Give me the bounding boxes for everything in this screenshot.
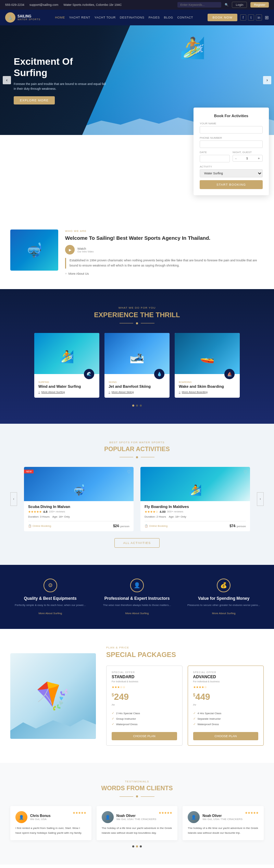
packages-image: 🪁 xyxy=(10,653,96,739)
exp-card-icon-3: ⛵ xyxy=(224,369,235,379)
plan-advanced: Special Offer ADVANCED For individual & … xyxy=(188,666,264,746)
instagram-icon[interactable]: in xyxy=(256,14,262,21)
feature-link-3[interactable]: More About Surfing xyxy=(212,612,235,615)
activities-grid: ‹ NEW ♡ 🤿 Scuba Diving In Malvan ★★★★★ 4… xyxy=(10,467,264,531)
tdot-3[interactable] xyxy=(140,845,142,847)
search-icon[interactable]: 🔍 xyxy=(225,3,228,7)
testimonial-text-2: The holiday of a life time our yacht adv… xyxy=(102,826,173,835)
testimonial-header-3: 👤 Noah Oliver We Got, USA / THE CRACKERS… xyxy=(188,811,259,823)
logo[interactable]: ⚓ SAILING WATER SPORTS xyxy=(5,12,40,23)
name-input[interactable] xyxy=(200,126,263,134)
explore-button[interactable]: Explore More xyxy=(14,96,55,104)
feature-item-s2: Group Instructor xyxy=(112,716,177,721)
exp-card-label-3: Boarding xyxy=(179,381,236,383)
price-1: $24/ person xyxy=(113,524,129,528)
person-info-1: Chris Bonus We Got, USA xyxy=(30,814,50,821)
facebook-icon[interactable]: f xyxy=(240,14,246,21)
wishlist-icon-2[interactable]: ♡ xyxy=(244,470,247,474)
experience-divider xyxy=(10,322,264,324)
person-name-2: Noah Oliver xyxy=(116,814,157,818)
date-label: Date xyxy=(200,151,230,154)
rating-num-1: 4.8 xyxy=(43,510,48,513)
login-button[interactable]: Login xyxy=(232,2,247,8)
all-activities-button[interactable]: All Activities xyxy=(114,538,160,548)
testimonial-text-3: The holiday of a life time our yacht adv… xyxy=(188,826,259,835)
activity-select[interactable]: Water Surfing Scuba Diving Kite Surfing … xyxy=(200,169,263,177)
nav-item-yacht-tour[interactable]: Yacht Tour xyxy=(94,16,115,19)
about-image: 🤿 xyxy=(10,230,58,271)
feature-link-1[interactable]: More About Surfing xyxy=(38,612,62,615)
exp-card-img-2: 🎿 💧 xyxy=(104,333,170,374)
feature-item-s3: Waterproof Dress xyxy=(112,721,177,727)
exp-card-link-1[interactable]: ○ More About Surfing xyxy=(38,390,95,394)
popular-divider-dot xyxy=(136,456,138,458)
start-booking-button[interactable]: Start Booking xyxy=(200,180,263,189)
stars-1: ★★★★★ xyxy=(28,510,42,513)
features-grid: ⚙ Quality & Best Equipments Perfectly si… xyxy=(10,579,264,616)
activity-meta-2: Duration: 2 Hours Age: 18+ Only xyxy=(145,515,246,518)
search-input[interactable] xyxy=(177,2,221,8)
nav-item-pages[interactable]: Pages xyxy=(149,16,160,19)
hero-next-button[interactable]: › xyxy=(263,76,271,84)
exp-link-icon-1: ○ xyxy=(38,390,40,394)
register-button[interactable]: Register xyxy=(250,2,269,8)
about-more-link[interactable]: More About Us xyxy=(65,272,264,275)
name-label: Your Name xyxy=(200,122,263,125)
dot-1[interactable] xyxy=(132,405,134,407)
activities-prev-button[interactable]: ‹ xyxy=(10,492,17,506)
book-now-button[interactable]: Book Now xyxy=(208,14,237,21)
twitter-icon[interactable]: t xyxy=(248,14,254,21)
exp-card-title-3: Wake and Skim Boarding xyxy=(179,384,236,388)
feature-item-a1: 4 Hrs Special Class xyxy=(193,710,259,716)
logo-icon: ⚓ xyxy=(5,12,15,23)
exp-card-2: 🎿 💧 Skiing Jet and Barefoot Skiing ○ Mor… xyxy=(104,333,170,398)
choose-advanced-button[interactable]: Choose Plan xyxy=(193,732,259,740)
qty-plus[interactable]: + xyxy=(256,155,262,161)
activity-footer-2: 📋 Online Booking $74/ person xyxy=(145,521,246,528)
dot-3[interactable] xyxy=(140,405,142,407)
activity-card-1: NEW ♡ 🤿 Scuba Diving In Malvan ★★★★★ 4.8… xyxy=(24,467,134,531)
date-input[interactable] xyxy=(200,155,230,162)
activity-footer-1: 📋 Online Booking $24/ person xyxy=(28,521,129,528)
wishlist-icon-1[interactable]: ♡ xyxy=(127,470,131,474)
testimonial-header-2: 👤 Noah Oliver We Got, USA / THE CRACKERS… xyxy=(102,811,173,823)
nav-item-home[interactable]: Home xyxy=(55,16,65,19)
booking-section: Book For Activities Your Name Phone Numb… xyxy=(0,108,274,195)
dot-2[interactable] xyxy=(136,405,138,407)
nav-item-contact[interactable]: Contact xyxy=(177,16,193,19)
navigation: ⚓ SAILING WATER SPORTS Home Yacht Rent Y… xyxy=(0,10,274,25)
person-location-3: We Got, USA / THE CRACKERS xyxy=(202,818,242,821)
nav-item-yacht-rent[interactable]: Yacht Rent xyxy=(69,16,90,19)
scuba-icon: 🤿 xyxy=(73,484,85,496)
value-icon: 💰 xyxy=(220,582,227,588)
booking-icon-2: 📋 xyxy=(145,524,148,528)
grid-icon[interactable]: ⊞ xyxy=(265,15,269,20)
activities-next-button[interactable]: › xyxy=(257,492,264,506)
nav-item-destinations[interactable]: Destinations xyxy=(120,16,145,19)
exp-card-link-2[interactable]: ○ More About Skiing xyxy=(109,390,165,394)
nav-item-blog[interactable]: Blog xyxy=(164,16,173,19)
feature-icon-1: ⚙ xyxy=(43,579,57,592)
exp-card-img-3: 🚤 ⛵ xyxy=(175,333,240,374)
age-2: Age: 18+ Only xyxy=(169,515,186,518)
exp-card-1: 🏄 🌊 Surfing Wind and Water Surfing ○ Mor… xyxy=(34,333,99,398)
phone-input[interactable] xyxy=(200,140,263,148)
feature-link-2[interactable]: More About Surfing xyxy=(125,612,149,615)
plan-advanced-features: 4 Hrs Special Class Separate Instructor … xyxy=(193,710,259,727)
testimonial-text-1: I first rented a yacht from Sailing in o… xyxy=(15,826,86,835)
experience-label: What We Do For You xyxy=(10,306,264,309)
testimonials-title: Words From Clients xyxy=(10,785,264,792)
about-text: Established in 1994 proven charismatic w… xyxy=(65,258,264,269)
plan-advanced-per: /hr xyxy=(193,703,259,706)
play-button[interactable]: ▶ xyxy=(65,245,75,255)
tdot-2[interactable] xyxy=(136,845,138,847)
about-label: Who We Are xyxy=(65,230,264,233)
choose-standard-button[interactable]: Choose Plan xyxy=(112,732,177,740)
person-2: 👤 Noah Oliver We Got, USA / THE CRACKERS xyxy=(102,811,157,823)
tdot-1[interactable] xyxy=(132,845,134,847)
rating-count-2: 300+ reviews xyxy=(167,510,183,513)
testimonial-stars-2: ★★★★★ xyxy=(159,811,172,815)
flyboard-icon: 🏄 xyxy=(189,484,202,496)
qty-minus[interactable]: - xyxy=(233,155,239,161)
exp-card-link-3[interactable]: ○ More About Boarding xyxy=(179,390,236,394)
